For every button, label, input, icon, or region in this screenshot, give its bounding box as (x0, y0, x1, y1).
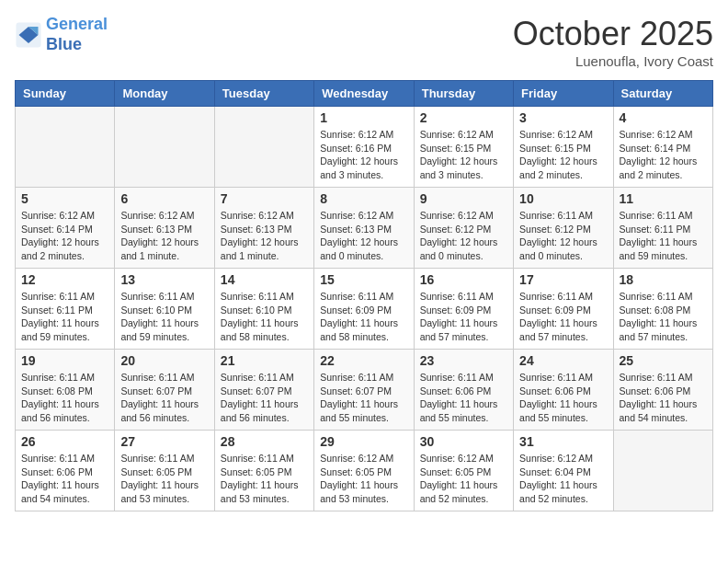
calendar-cell: 23Sunrise: 6:11 AM Sunset: 6:06 PM Dayli… (414, 350, 513, 431)
calendar-cell: 30Sunrise: 6:12 AM Sunset: 6:05 PM Dayli… (414, 431, 513, 511)
calendar-cell: 7Sunrise: 6:12 AM Sunset: 6:13 PM Daylig… (214, 188, 313, 269)
cell-info: Sunrise: 6:12 AM Sunset: 6:14 PM Dayligh… (21, 209, 108, 263)
calendar-cell: 28Sunrise: 6:11 AM Sunset: 6:05 PM Dayli… (214, 431, 313, 511)
day-number: 20 (120, 353, 208, 368)
calendar-cell: 9Sunrise: 6:12 AM Sunset: 6:12 PM Daylig… (414, 188, 513, 269)
cell-info: Sunrise: 6:12 AM Sunset: 6:16 PM Dayligh… (320, 128, 407, 182)
calendar-cell: 18Sunrise: 6:11 AM Sunset: 6:08 PM Dayli… (613, 269, 712, 350)
day-number: 10 (519, 191, 607, 206)
cell-info: Sunrise: 6:11 AM Sunset: 6:06 PM Dayligh… (620, 371, 707, 425)
calendar-cell: 21Sunrise: 6:11 AM Sunset: 6:07 PM Dayli… (214, 350, 313, 431)
day-number: 6 (120, 191, 208, 206)
weekday-header-monday: Monday (115, 81, 214, 107)
calendar-cell: 15Sunrise: 6:11 AM Sunset: 6:09 PM Dayli… (314, 269, 414, 350)
cell-info: Sunrise: 6:11 AM Sunset: 6:06 PM Dayligh… (420, 371, 507, 425)
day-number: 3 (519, 110, 607, 125)
logo-general: General (46, 15, 108, 33)
day-number: 1 (320, 110, 407, 125)
cell-info: Sunrise: 6:11 AM Sunset: 6:09 PM Dayligh… (320, 290, 407, 344)
day-number: 27 (120, 434, 208, 449)
weekday-header-row: SundayMondayTuesdayWednesdayThursdayFrid… (16, 81, 713, 107)
calendar-cell: 26Sunrise: 6:11 AM Sunset: 6:06 PM Dayli… (16, 431, 115, 511)
day-number: 24 (519, 353, 607, 368)
calendar-cell (16, 107, 115, 188)
calendar-cell: 17Sunrise: 6:11 AM Sunset: 6:09 PM Dayli… (514, 269, 613, 350)
cell-info: Sunrise: 6:11 AM Sunset: 6:09 PM Dayligh… (420, 290, 507, 344)
day-number: 28 (221, 434, 308, 449)
day-number: 13 (120, 272, 208, 287)
day-number: 22 (320, 353, 407, 368)
calendar-cell: 10Sunrise: 6:11 AM Sunset: 6:12 PM Dayli… (514, 188, 613, 269)
calendar-cell: 19Sunrise: 6:11 AM Sunset: 6:08 PM Dayli… (16, 350, 115, 431)
day-number: 12 (21, 272, 108, 287)
cell-info: Sunrise: 6:11 AM Sunset: 6:12 PM Dayligh… (519, 209, 607, 263)
calendar-cell: 11Sunrise: 6:11 AM Sunset: 6:11 PM Dayli… (613, 188, 712, 269)
calendar-cell: 14Sunrise: 6:11 AM Sunset: 6:10 PM Dayli… (214, 269, 313, 350)
day-number: 18 (620, 272, 707, 287)
calendar-cell: 29Sunrise: 6:12 AM Sunset: 6:05 PM Dayli… (314, 431, 414, 511)
calendar-cell (214, 107, 313, 188)
cell-info: Sunrise: 6:11 AM Sunset: 6:11 PM Dayligh… (21, 290, 108, 344)
day-number: 5 (21, 191, 108, 206)
day-number: 15 (320, 272, 407, 287)
calendar-week-row: 5Sunrise: 6:12 AM Sunset: 6:14 PM Daylig… (16, 188, 713, 269)
day-number: 29 (320, 434, 407, 449)
day-number: 17 (519, 272, 607, 287)
weekday-header-friday: Friday (514, 81, 613, 107)
calendar-cell: 6Sunrise: 6:12 AM Sunset: 6:13 PM Daylig… (115, 188, 214, 269)
calendar-week-row: 12Sunrise: 6:11 AM Sunset: 6:11 PM Dayli… (16, 269, 713, 350)
day-number: 9 (420, 191, 507, 206)
calendar-cell: 31Sunrise: 6:12 AM Sunset: 6:04 PM Dayli… (514, 431, 613, 511)
cell-info: Sunrise: 6:11 AM Sunset: 6:05 PM Dayligh… (120, 452, 208, 506)
weekday-header-thursday: Thursday (414, 81, 513, 107)
calendar-cell: 4Sunrise: 6:12 AM Sunset: 6:14 PM Daylig… (613, 107, 712, 188)
month-title: October 2025 (513, 15, 713, 53)
cell-info: Sunrise: 6:12 AM Sunset: 6:15 PM Dayligh… (519, 128, 607, 182)
calendar-table: SundayMondayTuesdayWednesdayThursdayFrid… (15, 80, 713, 511)
cell-info: Sunrise: 6:12 AM Sunset: 6:05 PM Dayligh… (420, 452, 507, 506)
day-number: 30 (420, 434, 507, 449)
weekday-header-wednesday: Wednesday (314, 81, 414, 107)
cell-info: Sunrise: 6:11 AM Sunset: 6:07 PM Dayligh… (320, 371, 407, 425)
page-header: General Blue October 2025 Luenoufla, Ivo… (15, 15, 713, 69)
cell-info: Sunrise: 6:11 AM Sunset: 6:09 PM Dayligh… (519, 290, 607, 344)
calendar-cell: 27Sunrise: 6:11 AM Sunset: 6:05 PM Dayli… (115, 431, 214, 511)
logo-blue: Blue (46, 35, 108, 55)
cell-info: Sunrise: 6:12 AM Sunset: 6:12 PM Dayligh… (420, 209, 507, 263)
calendar-cell: 12Sunrise: 6:11 AM Sunset: 6:11 PM Dayli… (16, 269, 115, 350)
calendar-cell: 16Sunrise: 6:11 AM Sunset: 6:09 PM Dayli… (414, 269, 513, 350)
calendar-cell: 3Sunrise: 6:12 AM Sunset: 6:15 PM Daylig… (514, 107, 613, 188)
weekday-header-tuesday: Tuesday (214, 81, 313, 107)
cell-info: Sunrise: 6:12 AM Sunset: 6:05 PM Dayligh… (320, 452, 407, 506)
day-number: 14 (221, 272, 308, 287)
calendar-week-row: 1Sunrise: 6:12 AM Sunset: 6:16 PM Daylig… (16, 107, 713, 188)
day-number: 26 (21, 434, 108, 449)
calendar-week-row: 26Sunrise: 6:11 AM Sunset: 6:06 PM Dayli… (16, 431, 713, 511)
calendar-cell: 2Sunrise: 6:12 AM Sunset: 6:15 PM Daylig… (414, 107, 513, 188)
cell-info: Sunrise: 6:11 AM Sunset: 6:10 PM Dayligh… (120, 290, 208, 344)
logo-text: General Blue (46, 15, 108, 54)
cell-info: Sunrise: 6:11 AM Sunset: 6:08 PM Dayligh… (21, 371, 108, 425)
day-number: 7 (221, 191, 308, 206)
day-number: 2 (420, 110, 507, 125)
cell-info: Sunrise: 6:12 AM Sunset: 6:04 PM Dayligh… (519, 452, 607, 506)
weekday-header-sunday: Sunday (16, 81, 115, 107)
calendar-cell: 1Sunrise: 6:12 AM Sunset: 6:16 PM Daylig… (314, 107, 414, 188)
cell-info: Sunrise: 6:11 AM Sunset: 6:06 PM Dayligh… (21, 452, 108, 506)
day-number: 21 (221, 353, 308, 368)
cell-info: Sunrise: 6:12 AM Sunset: 6:13 PM Dayligh… (120, 209, 208, 263)
cell-info: Sunrise: 6:11 AM Sunset: 6:10 PM Dayligh… (221, 290, 308, 344)
day-number: 11 (620, 191, 707, 206)
cell-info: Sunrise: 6:12 AM Sunset: 6:14 PM Dayligh… (620, 128, 707, 182)
calendar-cell: 13Sunrise: 6:11 AM Sunset: 6:10 PM Dayli… (115, 269, 214, 350)
calendar-cell: 22Sunrise: 6:11 AM Sunset: 6:07 PM Dayli… (314, 350, 414, 431)
calendar-cell: 25Sunrise: 6:11 AM Sunset: 6:06 PM Dayli… (613, 350, 712, 431)
cell-info: Sunrise: 6:11 AM Sunset: 6:08 PM Dayligh… (620, 290, 707, 344)
calendar-cell (613, 431, 712, 511)
title-area: October 2025 Luenoufla, Ivory Coast (513, 15, 713, 69)
calendar-cell: 24Sunrise: 6:11 AM Sunset: 6:06 PM Dayli… (514, 350, 613, 431)
cell-info: Sunrise: 6:11 AM Sunset: 6:06 PM Dayligh… (519, 371, 607, 425)
calendar-cell: 5Sunrise: 6:12 AM Sunset: 6:14 PM Daylig… (16, 188, 115, 269)
cell-info: Sunrise: 6:12 AM Sunset: 6:15 PM Dayligh… (420, 128, 507, 182)
logo-icon (15, 21, 42, 49)
